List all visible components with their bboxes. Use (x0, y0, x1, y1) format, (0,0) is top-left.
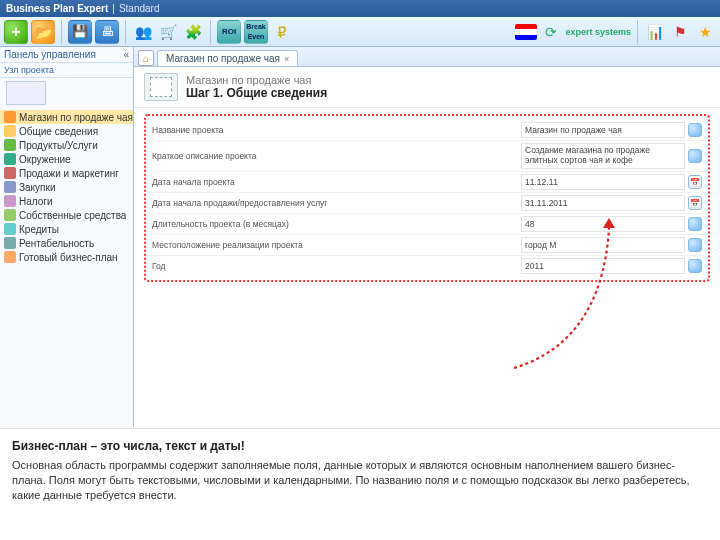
tree-item-icon (4, 153, 16, 165)
note-button[interactable] (688, 259, 702, 273)
field-label: Длительность проекта (в месяцах) (152, 219, 521, 229)
sidebar-header: Панель управления« (0, 47, 133, 63)
app-title: Business Plan Expert (6, 3, 108, 14)
sidebar-section[interactable]: Узл проекта (0, 63, 133, 78)
field-value[interactable]: 48 (521, 216, 685, 232)
note-button[interactable] (688, 217, 702, 231)
project-tree: Магазин по продаже чаяОбщие сведенияПрод… (0, 108, 133, 266)
tree-item-2[interactable]: Продукты/Услуги (0, 138, 133, 152)
form-row-2: Дата начала проекта11.12.11📅 (146, 172, 708, 193)
tree-item-icon (4, 125, 16, 137)
tab-row: ⌂ Магазин по продаже чая × (134, 47, 720, 67)
tree-item-icon (4, 111, 16, 123)
tree-item-4[interactable]: Продажи и маркетинг (0, 166, 133, 180)
ribbon: + 📂 💾 🖶 👥 🛒 🧩 ROI BreakEven ₽ ⟳ expert s… (0, 17, 720, 47)
tree-item-label: Продажи и маркетинг (19, 168, 119, 179)
field-value[interactable]: Магазин по продаже чая (521, 122, 685, 138)
tree-item-icon (4, 181, 16, 193)
field-label: Краткое описание проекта (152, 151, 521, 161)
caption-body: Основная область программы содержит запо… (12, 458, 708, 503)
field-label: Год (152, 261, 521, 271)
caption-heading: Бизнес-план – это числа, текст и даты! (12, 439, 708, 453)
tree-item-5[interactable]: Закупки (0, 180, 133, 194)
tree-item-label: Общие сведения (19, 126, 98, 137)
tree-item-icon (4, 209, 16, 221)
app-mode: Standard (119, 3, 160, 14)
cart-icon[interactable]: 🛒 (157, 21, 179, 43)
page-header: Магазин по продаже чая Шаг 1. Общие свед… (134, 67, 720, 108)
form-panel: Название проектаМагазин по продаже чаяКр… (144, 114, 710, 282)
field-value[interactable]: город М (521, 237, 685, 253)
field-label: Местоположение реализации проекта (152, 240, 521, 250)
active-tab[interactable]: Магазин по продаже чая × (157, 50, 298, 66)
tree-item-label: Готовый бизнес-план (19, 252, 118, 263)
tree-item-3[interactable]: Окружение (0, 152, 133, 166)
tree-item-10[interactable]: Готовый бизнес-план (0, 250, 133, 264)
tree-item-6[interactable]: Налоги (0, 194, 133, 208)
tree-item-9[interactable]: Рентабельность (0, 236, 133, 250)
field-value[interactable]: 31.11.2011 (521, 195, 685, 211)
save-button[interactable]: 💾 (68, 20, 92, 44)
field-value[interactable]: 2011 (521, 258, 685, 274)
note-button[interactable] (688, 149, 702, 163)
tree-item-label: Налоги (19, 196, 53, 207)
sidebar: Панель управления« Узл проекта Магазин п… (0, 47, 134, 427)
tree-item-icon (4, 251, 16, 263)
header-thumb-icon (144, 73, 178, 101)
main-area: ⌂ Магазин по продаже чая × Магазин по пр… (134, 47, 720, 427)
chart-icon[interactable]: 📊 (644, 21, 666, 43)
tab-close-icon[interactable]: × (284, 54, 289, 64)
puzzle-icon[interactable]: 🧩 (182, 21, 204, 43)
tree-item-1[interactable]: Общие сведения (0, 124, 133, 138)
page-title: Шаг 1. Общие сведения (186, 86, 327, 100)
language-icon[interactable] (515, 24, 537, 40)
form-row-1: Краткое описание проектаСоздание магазин… (146, 141, 708, 172)
tree-item-icon (4, 223, 16, 235)
tab-label: Магазин по продаже чая (166, 53, 280, 64)
note-button[interactable] (688, 238, 702, 252)
tree-item-icon (4, 195, 16, 207)
tree-item-icon (4, 139, 16, 151)
roi-button[interactable]: ROI (217, 20, 241, 44)
field-value[interactable]: Создание магазина по продаже элитных сор… (521, 143, 685, 169)
tree-item-label: Собственные средства (19, 210, 126, 221)
field-label: Дата начала продажи/предоставления услуг (152, 198, 521, 208)
form-row-0: Название проектаМагазин по продаже чая (146, 120, 708, 141)
calendar-button[interactable]: 📅 (688, 196, 702, 210)
field-label: Название проекта (152, 125, 521, 135)
tree-item-label: Кредиты (19, 224, 59, 235)
field-label: Дата начала проекта (152, 177, 521, 187)
title-bar: Business Plan Expert | Standard (0, 0, 720, 17)
page-subtitle: Магазин по продаже чая (186, 74, 327, 86)
flag-icon[interactable]: ⚑ (669, 21, 691, 43)
breakeven-button[interactable]: BreakEven (244, 20, 268, 44)
users-icon[interactable]: 👥 (132, 21, 154, 43)
form-row-3: Дата начала продажи/предоставления услуг… (146, 193, 708, 214)
caption-panel: Бизнес-план – это числа, текст и даты! О… (0, 428, 720, 540)
field-value[interactable]: 11.12.11 (521, 174, 685, 190)
tree-item-label: Окружение (19, 154, 71, 165)
tree-item-icon (4, 237, 16, 249)
vendor-logo: expert systems (565, 27, 631, 37)
currency-icon[interactable]: ₽ (271, 21, 293, 43)
tree-item-label: Рентабельность (19, 238, 94, 249)
refresh-icon[interactable]: ⟳ (540, 21, 562, 43)
home-tab-icon[interactable]: ⌂ (138, 50, 154, 66)
tree-item-icon (4, 167, 16, 179)
form-row-5: Местоположение реализации проектагород М (146, 235, 708, 256)
open-button[interactable]: 📂 (31, 20, 55, 44)
collapse-icon[interactable]: « (123, 49, 129, 60)
new-button[interactable]: + (4, 20, 28, 44)
form-row-4: Длительность проекта (в месяцах)48 (146, 214, 708, 235)
tree-item-label: Продукты/Услуги (19, 140, 98, 151)
tree-item-label: Закупки (19, 182, 55, 193)
print-button[interactable]: 🖶 (95, 20, 119, 44)
tree-item-0[interactable]: Магазин по продаже чая (0, 110, 133, 124)
form-row-6: Год2011 (146, 256, 708, 276)
tree-item-8[interactable]: Кредиты (0, 222, 133, 236)
tree-item-7[interactable]: Собственные средства (0, 208, 133, 222)
note-button[interactable] (688, 123, 702, 137)
calendar-button[interactable]: 📅 (688, 175, 702, 189)
star-icon[interactable]: ★ (694, 21, 716, 43)
tree-item-label: Магазин по продаже чая (19, 112, 133, 123)
